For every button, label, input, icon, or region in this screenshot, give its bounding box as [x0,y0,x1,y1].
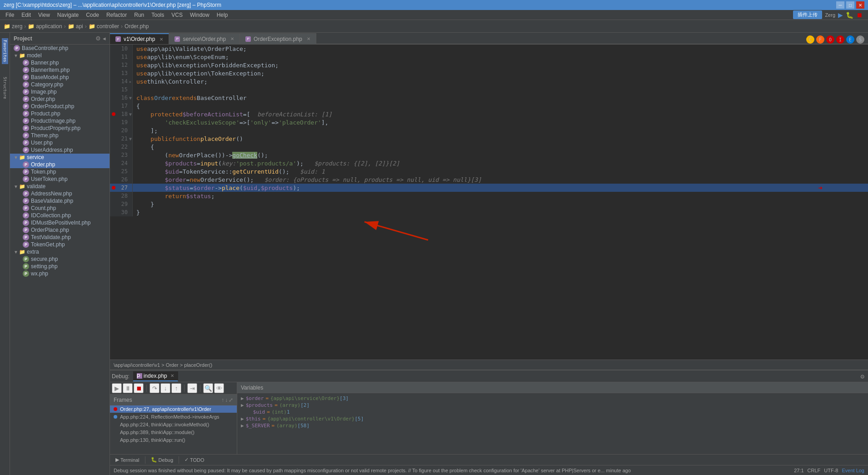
tree-item-testvalidate[interactable]: P TestValidate.php [10,234,110,241]
debug-step-into-button[interactable]: ↓ [160,383,170,393]
tab-close-v1-order[interactable]: ✕ [160,37,163,42]
tree-item-wx[interactable]: P wx.php [10,270,110,277]
tree-item-productimage[interactable]: P ProductImage.php [10,117,110,125]
breadcrumb-zerg-label[interactable]: zerg [12,23,22,30]
frame-item-1[interactable]: App.php:224, ReflectionMethod->invokeArg… [110,413,237,421]
tree-item-productproperty[interactable]: P ProductProperty.php [10,125,110,132]
safari-icon[interactable]: S [856,35,864,44]
menu-help[interactable]: Help [213,11,232,19]
edge-icon[interactable]: E [846,35,854,44]
frame-item-2[interactable]: App.php:224, think\App::invokeMethod() [110,421,237,429]
tab-close-orderexception[interactable]: ✕ [307,36,310,41]
tree-item-secure[interactable]: P secure.php [10,255,110,263]
sidebar-tree[interactable]: P BaseController.php ▼ 📁 model P Banner.… [10,45,110,475]
tree-item-idcollection[interactable]: P IDCollection.php [10,212,110,219]
var-item-products[interactable]: ▶ $products = (array) [2] [239,402,866,409]
debug-pause-button[interactable]: ⏸ [123,383,133,393]
tree-item-category[interactable]: P Category.php [10,81,110,88]
toolbar-todo[interactable]: ✓ TODO [183,456,206,464]
toolbar-debug[interactable]: 🐛 Debug [149,456,175,464]
debug-evaluate-button[interactable]: 🔍 [203,383,213,393]
tree-item-idmustbepositive[interactable]: P IDMustBePositiveInt.php [10,219,110,226]
var-arrow-order[interactable]: ▶ [241,395,244,401]
tree-item-orderproduct[interactable]: P OrderProduct.php [10,103,110,110]
frame-item-0[interactable]: Order.php:27, app\api\controller\v1\Orde… [110,405,237,413]
var-item-uid[interactable]: ▶ $uid = (int) 1 [239,409,866,415]
tree-item-model[interactable]: ▼ 📁 model [10,52,110,59]
frames-down-button[interactable]: ↓ [225,397,228,403]
tree-item-basevalidate[interactable]: P BaseValidate.php [10,197,110,205]
var-arrow-products[interactable]: ▶ [241,402,244,408]
menu-code[interactable]: Code [82,11,103,19]
plugin-upload-button[interactable]: 插件上传 [793,10,822,19]
debug-vars-list[interactable]: ▶ $order = {app\api\service\Order} [3] ▶… [237,393,868,454]
debug-resume-button[interactable]: ▶ [112,383,122,393]
var-item-server[interactable]: ▶ $_SERVER = (array) [58] [239,422,866,429]
frame-item-4[interactable]: App.php:130, think\App::run() [110,436,237,444]
tree-item-banner[interactable]: P Banner.php [10,59,110,66]
tab-orderexception[interactable]: P OrderException.php ✕ [240,33,316,44]
debug-stop-button[interactable]: ⏹ [134,383,144,393]
frames-up-button[interactable]: ↑ [221,397,224,403]
debug-watch-button[interactable]: 👁 [214,383,224,393]
stop-button[interactable]: ⏹ [856,11,863,19]
toolbar-terminal[interactable]: ▶ Terminal [114,456,141,464]
tree-item-token[interactable]: P Token.php [10,168,110,175]
debug-step-over-button[interactable]: ↷ [150,383,160,393]
menu-view[interactable]: View [35,11,54,19]
opera-icon[interactable]: O [826,35,834,44]
tree-item-useraddress[interactable]: P UserAddress.php [10,146,110,154]
frames-expand-button[interactable]: ⤢ [229,397,233,403]
debug-tab-index[interactable]: P index.php ✕ [133,371,178,381]
var-arrow-this[interactable]: ▶ [241,416,244,422]
breadcrumb-api-label[interactable]: api [76,23,83,30]
debug-run-button[interactable]: 🐛 [846,11,853,19]
tab-close-service-order[interactable]: ✕ [230,36,234,41]
firefox-icon[interactable]: F [816,35,824,44]
tree-item-order-model[interactable]: P Order.php [10,95,110,103]
debug-frames-list[interactable]: Order.php:27, app\api\controller\v1\Orde… [110,405,237,454]
tree-item-user[interactable]: P User.php [10,139,110,146]
tree-item-service[interactable]: ▼ 📁 service [10,154,110,161]
menu-refactor[interactable]: Refactor [103,11,130,19]
menu-file[interactable]: File [2,11,18,19]
tree-item-basecontroller[interactable]: P BaseController.php [10,45,110,52]
tree-item-product[interactable]: P Product.php [10,110,110,117]
minimize-button[interactable]: ─ [836,1,844,9]
var-item-this[interactable]: ▶ $this = {app\api\controller\v1\Order} … [239,415,866,422]
debug-run-to-cursor-button[interactable]: ⇥ [187,383,197,393]
ie-icon[interactable]: I [836,35,844,44]
sidebar-gear-icon[interactable]: ⚙ [95,35,101,42]
tree-item-basemodel[interactable]: P BaseModel.php [10,74,110,81]
tree-item-extra[interactable]: ▼ 📁 extra [10,248,110,255]
var-item-order[interactable]: ▶ $order = {app\api\service\Order} [3] [239,395,866,402]
menu-vcs[interactable]: VCS [168,11,186,19]
maximize-button[interactable]: □ [846,1,854,9]
menu-window[interactable]: Window [186,11,213,19]
tree-item-addressnew[interactable]: P AddressNew.php [10,190,110,197]
var-arrow-server[interactable]: ▶ [241,423,244,429]
breadcrumb-ctrl-label[interactable]: controller [97,23,119,30]
tree-item-tokenget[interactable]: P TokenGet.php [10,241,110,248]
tree-item-banneritem[interactable]: P BannerItem.php [10,66,110,74]
run-button[interactable]: ▶ [838,11,843,19]
tab-service-order[interactable]: P service\Order.php ✕ [169,33,240,44]
frame-item-3[interactable]: App.php:389, think\App::module() [110,429,237,436]
menu-run[interactable]: Run [130,11,148,19]
menu-navigate[interactable]: Navigate [54,11,82,19]
menu-tools[interactable]: Tools [148,11,168,19]
tree-item-validate[interactable]: ▼ 📁 validate [10,183,110,190]
tree-item-theme[interactable]: P Theme.php [10,132,110,139]
tree-item-usertoken[interactable]: P UserToken.php [10,175,110,183]
event-log-label[interactable]: Event Log [842,468,864,473]
debug-tab-close[interactable]: ✕ [170,373,174,378]
tab-v1-order[interactable]: P v1\Order.php ✕ [110,33,169,44]
tree-item-order-service[interactable]: P Order.php [10,161,110,168]
tree-item-setting[interactable]: P setting.php [10,263,110,270]
breadcrumb-order-label[interactable]: Order.php [125,23,149,30]
code-editor[interactable]: 10 use app\api\Validate\OrderPlace; 11 u… [110,45,868,360]
tree-item-image[interactable]: P Image.php [10,88,110,95]
menu-edit[interactable]: Edit [18,11,35,19]
breadcrumb-app-label[interactable]: application [36,23,62,30]
debug-settings-icon[interactable]: ⚙ [859,373,866,380]
